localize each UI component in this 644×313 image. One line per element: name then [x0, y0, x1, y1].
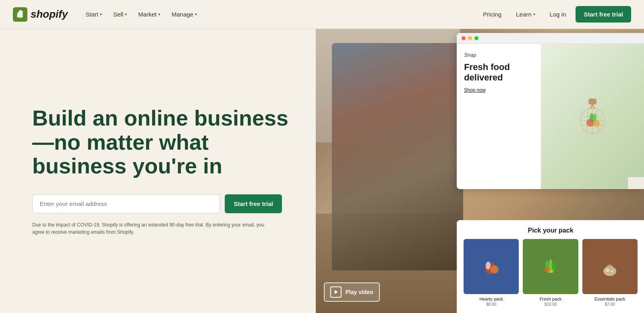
manage-chevron-icon: ▾: [195, 12, 197, 16]
nav-pricing[interactable]: Pricing: [476, 8, 508, 21]
store-content: Snap Fresh food delivered Shop now: [457, 44, 644, 189]
svg-point-22: [545, 267, 550, 272]
fresh-pack-icon: [538, 254, 563, 278]
grocery-bag-svg: [576, 99, 609, 135]
product-image-0: [464, 239, 519, 294]
nav-links-left: Start ▾ Sell ▾ Market ▾ Manage ▾: [81, 8, 476, 21]
hero-right: Snap Fresh food delivered Shop now: [316, 29, 644, 313]
product-grid: Pick your pack Hearty pack $8.00: [457, 220, 644, 313]
product-name-2: Essentials pack: [594, 297, 625, 301]
hero-form: Start free trial: [32, 194, 282, 213]
hero-left: Build an online business—no matter what …: [0, 29, 316, 313]
product-cards-container: Hearty pack $8.00 Fresh pack: [464, 239, 638, 307]
product-card-0[interactable]: Hearty pack $8.00: [464, 239, 519, 307]
svg-point-21: [552, 262, 556, 272]
nav-manage[interactable]: Manage ▾: [167, 8, 202, 21]
nav-login[interactable]: Log in: [543, 8, 573, 21]
play-icon: [330, 286, 342, 298]
logo-wordmark: shopify: [31, 8, 68, 21]
sell-chevron-icon: ▾: [125, 12, 127, 16]
logo[interactable]: shopify: [13, 7, 68, 22]
product-grid-title: Pick your pack: [464, 227, 638, 234]
chrome-dot-green: [474, 36, 478, 40]
svg-rect-1: [588, 99, 596, 105]
play-video-label: Play video: [346, 289, 373, 295]
product-card-1[interactable]: Fresh pack $10.00: [523, 239, 578, 307]
hero-headline: Build an online business—no matter what …: [32, 106, 290, 178]
store-brand-name: Snap: [464, 52, 534, 58]
grocery-bag-visual: [576, 99, 609, 135]
email-input[interactable]: [32, 194, 220, 213]
nav-links-right: Pricing Learn ▾ Log in Start free trial: [476, 6, 631, 23]
main-content: Build an online business—no matter what …: [0, 29, 644, 313]
nav-start-trial-button[interactable]: Start free trial: [576, 6, 631, 23]
store-text: Snap Fresh food delivered Shop now: [457, 44, 541, 189]
chrome-dot-yellow: [468, 36, 472, 40]
counter-edge: [628, 177, 644, 189]
product-price-1: $10.00: [545, 302, 557, 307]
hearty-pack-icon: [479, 254, 503, 278]
svg-marker-27: [335, 290, 338, 294]
navbar: shopify Start ▾ Sell ▾ Market ▾ Manage ▾…: [0, 0, 644, 29]
store-preview-card: Snap Fresh food delivered Shop now: [457, 33, 644, 189]
chrome-dot-red: [462, 36, 466, 40]
nav-start[interactable]: Start ▾: [81, 8, 107, 21]
store-image: [541, 44, 644, 189]
svg-point-16: [491, 266, 499, 274]
svg-point-12: [593, 113, 596, 121]
svg-point-25: [606, 269, 609, 272]
svg-point-11: [590, 113, 594, 123]
market-chevron-icon: ▾: [158, 12, 160, 16]
shopify-logo-icon: [13, 7, 27, 22]
nav-learn[interactable]: Learn ▾: [511, 8, 540, 21]
svg-point-26: [611, 270, 613, 272]
essentials-pack-icon: [598, 254, 622, 278]
play-video-button[interactable]: Play video: [324, 282, 380, 302]
hero-start-trial-button[interactable]: Start free trial: [225, 194, 282, 213]
nav-market[interactable]: Market ▾: [133, 8, 165, 21]
product-name-1: Fresh pack: [540, 297, 561, 301]
product-name-0: Hearty pack: [479, 297, 503, 301]
hero-disclaimer: Due to the impact of COVID-19, Shopify i…: [32, 221, 274, 236]
product-image-2: [582, 239, 638, 294]
start-chevron-icon: ▾: [100, 12, 102, 16]
learn-chevron-icon: ▾: [533, 12, 535, 16]
product-price-2: $7.00: [605, 302, 615, 307]
svg-point-10: [593, 120, 600, 127]
product-image-1: [523, 239, 578, 294]
store-shop-now-link[interactable]: Shop now: [464, 87, 534, 93]
store-headline: Fresh food delivered: [464, 62, 534, 83]
product-card-2[interactable]: Essentials pack $7.00: [582, 239, 638, 307]
product-price-0: $8.00: [486, 302, 496, 307]
svg-point-17: [486, 262, 491, 270]
nav-sell[interactable]: Sell ▾: [108, 8, 132, 21]
window-chrome: [457, 33, 644, 44]
woman-figure: [332, 43, 463, 270]
play-triangle-icon: [333, 290, 338, 294]
